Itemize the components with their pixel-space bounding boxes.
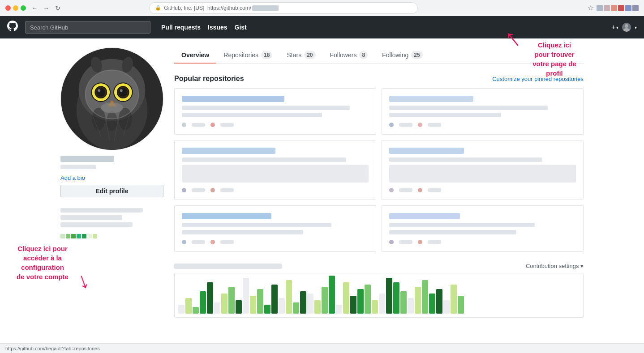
browser-navigation: ← → ↻ [30,3,63,13]
repo-star-dot-5 [210,240,215,244]
contrib-block [93,234,97,238]
browser-right-controls: ☆ [588,4,639,12]
contribution-bar [207,282,213,314]
repo-readme-4 [389,165,576,183]
repo-lang-dot-4 [389,188,394,192]
pull-requests-nav[interactable]: Pull requests [161,24,201,31]
browser-window-controls [5,5,26,11]
main-container: Add a bio Edit profile Overview Reposito… [53,38,591,327]
add-bio-link[interactable]: Add a bio [60,174,163,181]
repo-card-4[interactable] [382,140,584,200]
sidebar-meta-line-3 [60,222,133,227]
repo-title-2 [389,96,473,102]
contribution-bar [408,298,414,314]
repo-card-6[interactable] [382,205,584,252]
tab-following[interactable]: Following 25 [375,47,430,64]
contribution-bar [307,293,313,314]
contribution-bar [257,289,263,314]
edit-profile-button[interactable]: Edit profile [60,185,163,197]
address-bar[interactable]: 🔒 GitHub, Inc. [US] https://github.com/█… [149,2,418,14]
contribution-bar [236,300,242,314]
repo-desc-6 [389,223,535,227]
minimize-window-button[interactable] [13,5,18,11]
contribution-bar [451,285,457,314]
search-input[interactable] [25,21,150,34]
repo-title-6 [389,213,460,219]
tab-repositories[interactable]: Repositories 18 [216,47,279,64]
contribution-header: Contribution settings ▾ [174,263,584,269]
back-button[interactable]: ← [30,3,39,13]
repo-title-3 [182,148,275,154]
user-avatar-button[interactable] [622,23,631,32]
ssl-lock-icon: 🔒 [155,5,161,11]
plus-chevron: ▾ [616,25,618,30]
repo-star-dot-4 [418,188,422,192]
ext-dot-4 [618,5,624,11]
repo-star-text-2 [428,123,441,127]
repo-card-1[interactable] [174,88,376,135]
gist-nav[interactable]: Gist [235,24,247,31]
sidebar-meta-line-2 [60,215,122,220]
svg-point-19 [119,88,128,97]
repo-meta-3 [182,188,369,192]
repo-title-5 [182,213,271,219]
repo-desc-2 [389,106,548,110]
repo-card-3[interactable] [174,140,376,200]
reload-button[interactable]: ↻ [53,3,63,13]
contribution-section: Contribution settings ▾ [174,263,584,318]
new-item-button[interactable]: + ▾ [611,23,618,31]
repo-meta-text-2 [399,123,412,127]
contribution-settings-button[interactable]: Contribution settings ▾ [526,263,584,269]
contrib-block [82,234,86,238]
avatar-chevron[interactable]: ▾ [635,25,637,30]
contribution-bar [329,276,335,314]
sidebar-contribution-preview [60,234,163,238]
contribution-bar [314,300,321,314]
repo-card-2[interactable] [382,88,584,135]
issues-nav[interactable]: Issues [208,24,228,31]
avatar [60,47,163,150]
profile-main: Overview Repositories 18 Stars 20 Follow… [174,47,584,318]
contrib-block [71,234,76,238]
repo-lang-dot-3 [182,188,186,192]
contribution-bar [300,291,306,314]
repo-star-text-4 [428,188,441,192]
repo-desc2-2 [389,113,501,117]
repo-lang-dot-2 [389,123,394,127]
contribution-bar [221,293,228,314]
contribution-bar [264,305,270,314]
tab-followers[interactable]: Followers 8 [323,47,375,64]
close-window-button[interactable] [5,5,11,11]
tab-overview[interactable]: Overview [174,47,216,64]
tab-repositories-label: Repositories [223,51,258,59]
forward-button[interactable]: → [41,3,51,13]
repo-star-text-3 [220,188,234,192]
url-company: GitHub, Inc. [US] [164,5,204,11]
ext-dot-3 [611,5,617,11]
repo-readme-3 [182,165,369,183]
svg-point-13 [96,88,105,97]
repo-card-5[interactable] [174,205,376,252]
bookmark-icon[interactable]: ☆ [588,4,594,12]
contribution-bar [422,280,428,314]
contribution-bar [336,305,342,314]
svg-point-1 [623,28,630,32]
contribution-bar [458,296,464,314]
url-blurred: ██████ [252,5,279,11]
maximize-window-button[interactable] [21,5,26,11]
contribution-bar [271,285,278,314]
annotation-top-right: Cliquez ici pour trouver votre page de p… [519,40,590,78]
tab-following-label: Following [382,51,408,59]
github-logo[interactable] [7,21,18,34]
repo-meta-5 [182,240,369,244]
repo-meta-text-1 [192,123,205,127]
contribution-bar [193,307,199,314]
tab-stars[interactable]: Stars 20 [279,47,322,64]
repo-star-dot-1 [210,123,215,127]
contribution-bar [286,280,292,314]
contribution-bar [443,300,450,314]
repo-title-4 [389,148,464,154]
popular-repos-title: Popular repositories [174,75,244,83]
ext-dot-2 [604,5,610,11]
contribution-bar [400,291,407,314]
